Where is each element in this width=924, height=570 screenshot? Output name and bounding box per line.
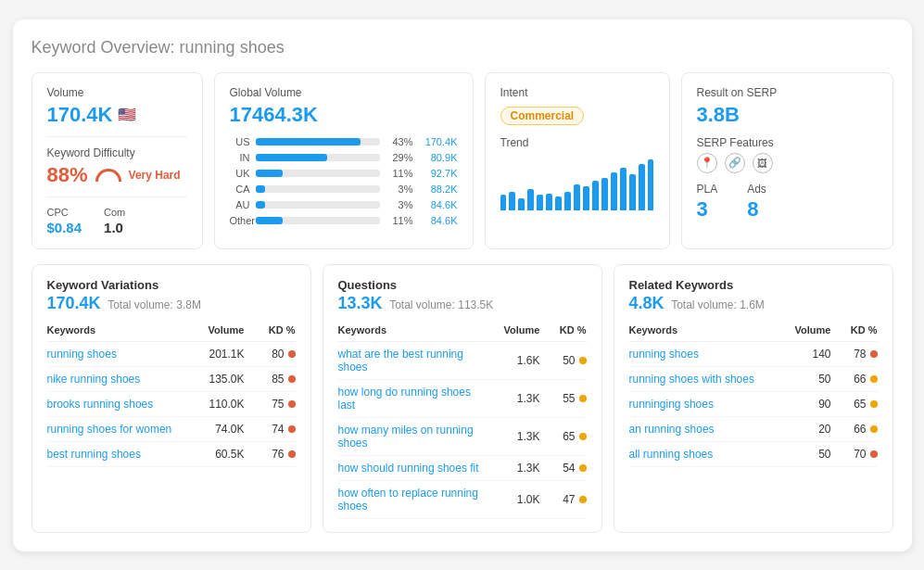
keyword-link[interactable]: all running shoes — [629, 448, 780, 461]
q-total: Total volume: 113.5K — [389, 298, 493, 311]
table-row: running shoes 140 78 — [629, 342, 878, 367]
top-cards-row: Volume 170.4K 🇺🇸 Keyword Difficulty 88% … — [32, 72, 893, 249]
cpc-label: CPC — [47, 207, 82, 218]
bar-pct: 3% — [386, 184, 413, 195]
kd-label: Keyword Difficulty — [47, 146, 187, 159]
q-section-title: Questions — [338, 278, 587, 292]
table-row: what are the best running shoes 1.6K 50 — [338, 342, 587, 380]
bar-val: 84.6K — [419, 199, 458, 210]
kd-dot-icon — [579, 395, 587, 402]
global-label: Global Volume — [230, 86, 458, 99]
bar-country: Other — [230, 215, 250, 226]
keyword-link[interactable]: running shoes for women — [47, 423, 180, 436]
pla-value: 3 — [697, 197, 718, 222]
kd-cell: 76 — [245, 448, 296, 461]
kd-cell: 70 — [831, 448, 878, 461]
volume-cell: 140 — [780, 348, 831, 361]
kd-dot-icon — [870, 450, 878, 458]
keyword-link[interactable]: running shoes — [629, 348, 780, 361]
ads-value: 8 — [747, 197, 766, 222]
volume-cell: 90 — [780, 398, 831, 411]
table-row: best running shoes 60.5K 76 — [47, 442, 296, 467]
bottom-row: Keyword Variations 170.4K Total volume: … — [32, 264, 893, 533]
com-label: Com — [104, 207, 125, 218]
bar-bg — [256, 217, 380, 224]
kd-cell: 74 — [245, 423, 296, 436]
kd-dot-icon — [870, 400, 878, 408]
table-row: how should running shoes fit 1.3K 54 — [338, 456, 587, 481]
trend-bar — [629, 174, 636, 210]
kd-cell: 80 — [245, 348, 296, 361]
kd-dot-icon — [579, 433, 587, 440]
com-value: 1.0 — [104, 220, 125, 235]
table-row: how long do running shoes last 1.3K 55 — [338, 380, 587, 418]
kd-number: 65 — [563, 430, 575, 443]
kd-arc-icon — [95, 169, 121, 182]
page-title: Keyword Overview: running shoes — [32, 38, 893, 57]
bar-country: AU — [230, 199, 250, 210]
bar-pct: 3% — [386, 199, 413, 210]
keyword-link[interactable]: how often to replace running shoes — [338, 487, 489, 513]
kd-number: 66 — [854, 423, 866, 436]
kd-dot-icon — [579, 357, 587, 364]
keyword-link[interactable]: runninging shoes — [629, 398, 780, 411]
trend-bar — [620, 168, 627, 210]
bar-bg — [256, 201, 380, 209]
kd-number: 70 — [854, 448, 866, 461]
table-row: all running shoes 50 70 — [629, 442, 878, 467]
table-row: running shoes with shoes 50 66 — [629, 367, 878, 392]
bar-pct: 11% — [386, 215, 413, 226]
kd-dot-icon — [870, 350, 878, 358]
kd-cell: 50 — [540, 354, 587, 367]
trend-bar — [527, 189, 534, 210]
intent-card: Intent Commercial Trend — [485, 72, 670, 249]
keyword-link[interactable]: how many miles on running shoes — [338, 424, 489, 450]
keyword-link[interactable]: best running shoes — [47, 448, 180, 461]
serp-features-label: SERP Features — [697, 136, 878, 149]
kv-total: Total volume: 3.8M — [108, 298, 201, 311]
volume-cell: 50 — [780, 448, 831, 461]
table-row: an running shoes 20 66 — [629, 417, 878, 442]
keyword-link[interactable]: nike running shoes — [47, 373, 180, 386]
volume-label: Volume — [47, 86, 187, 99]
trend-label: Trend — [500, 136, 654, 149]
keyword-link[interactable]: running shoes with shoes — [629, 373, 780, 386]
kd-dot-icon — [288, 350, 296, 358]
kd-cell: 54 — [540, 462, 587, 475]
bar-country: US — [230, 136, 250, 147]
volume-cell: 20 — [780, 423, 831, 436]
serp-label: Result on SERP — [697, 86, 878, 99]
keyword-link[interactable]: how should running shoes fit — [338, 462, 489, 475]
bar-row: IN 29% 80.9K — [230, 152, 458, 163]
rk-table-header: Keywords Volume KD % — [629, 319, 878, 342]
kd-dot-icon — [288, 375, 296, 383]
trend-bar — [611, 172, 617, 210]
kd-cell: 55 — [540, 392, 587, 405]
intent-badge: Commercial — [500, 107, 585, 125]
main-container: Keyword Overview: running shoes Volume 1… — [13, 19, 912, 551]
kd-cell: 65 — [831, 398, 878, 411]
global-volume-card: Global Volume 17464.3K US 43% 170.4K IN … — [214, 72, 474, 249]
kv-col-volume: Volume — [180, 324, 245, 336]
rk-col-volume: Volume — [780, 324, 831, 336]
kd-number: 76 — [272, 448, 284, 461]
bar-row: US 43% 170.4K — [230, 136, 458, 147]
kd-dot-icon — [288, 450, 296, 458]
keyword-link[interactable]: running shoes — [47, 348, 180, 361]
keyword-link[interactable]: what are the best running shoes — [338, 348, 489, 374]
image-icon: 🖼 — [753, 153, 773, 173]
volume-cell: 1.0K — [489, 493, 540, 506]
keyword-link[interactable]: an running shoes — [629, 423, 780, 436]
bar-chart: US 43% 170.4K IN 29% 80.9K UK 11% 92.7K … — [230, 136, 458, 226]
trend-bar — [583, 186, 589, 210]
volume-value: 170.4K — [47, 103, 113, 127]
bar-bg — [256, 185, 380, 193]
keyword-link[interactable]: brooks running shoes — [47, 398, 180, 411]
volume-cell: 135.0K — [180, 373, 245, 386]
bar-fill — [256, 217, 283, 224]
table-row: brooks running shoes 110.0K 75 — [47, 392, 296, 417]
kv-col-keywords: Keywords — [47, 324, 180, 336]
bar-bg — [256, 154, 380, 161]
keyword-link[interactable]: how long do running shoes last — [338, 386, 489, 412]
kd-number: 75 — [272, 398, 284, 411]
